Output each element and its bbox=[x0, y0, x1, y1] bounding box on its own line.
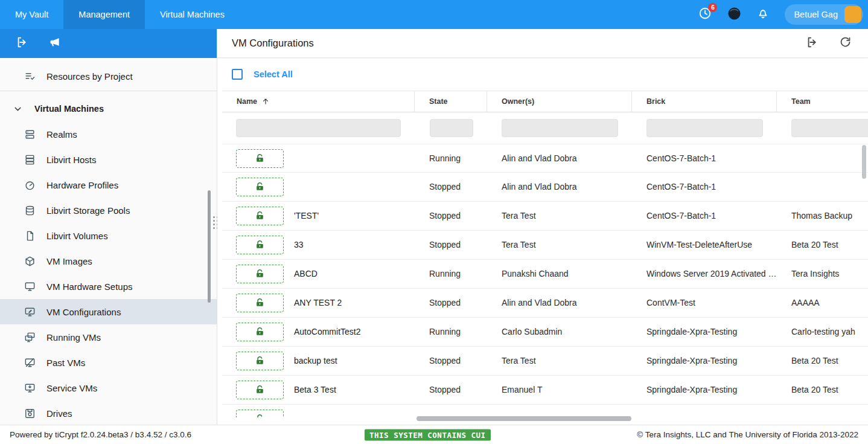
column-header-name[interactable]: Name bbox=[222, 91, 415, 112]
unlock-icon bbox=[255, 211, 265, 221]
bell-icon bbox=[756, 7, 770, 22]
notifications-button[interactable] bbox=[756, 7, 770, 22]
refresh-button[interactable] bbox=[838, 36, 852, 51]
column-header-brick[interactable]: Brick bbox=[632, 91, 777, 112]
tab-virtual-machines[interactable]: Virtual Machines bbox=[145, 0, 240, 29]
vm-name: ANY TEST 2 bbox=[294, 289, 342, 317]
vertical-scrollbar-thumb[interactable] bbox=[862, 145, 866, 179]
export-icon bbox=[806, 36, 819, 51]
table-row[interactable]: ABCDRunningPunakshi ChaandWindows Server… bbox=[222, 260, 868, 289]
table-row[interactable]: RunningAlin and Vlad DobraCentOS-7-Batch… bbox=[222, 144, 868, 173]
sidebar-item-resources-by-project[interactable]: Resources by Project bbox=[0, 63, 217, 89]
sidebar-scrollbar-thumb[interactable] bbox=[208, 190, 211, 303]
vm-state: Stopped bbox=[415, 347, 487, 375]
unlock-vm-button[interactable] bbox=[236, 410, 284, 417]
collapse-sidebar-button[interactable] bbox=[14, 36, 30, 51]
page-title: VM Configurations bbox=[232, 37, 314, 49]
filter-state-input[interactable] bbox=[430, 119, 473, 137]
vm-team: Carlo-testing yah bbox=[777, 318, 868, 346]
top-navigation-bar: My Vault Management Virtual Machines 6 B… bbox=[0, 0, 868, 29]
column-header-team[interactable]: Team bbox=[777, 91, 868, 112]
unlock-vm-button[interactable] bbox=[236, 294, 284, 312]
select-all-checkbox[interactable] bbox=[232, 69, 243, 80]
horizontal-scrollbar-thumb[interactable] bbox=[416, 416, 631, 421]
vm-brick: CentOS-7-Batch-1 bbox=[632, 173, 777, 201]
vm-owners: Punakshi Chaand bbox=[487, 260, 632, 288]
table-row[interactable]: Beta 3 TestStoppedEmanuel TSpringdale-Xp… bbox=[222, 376, 868, 405]
column-header-owner-s[interactable]: Owner(s) bbox=[487, 91, 632, 112]
filter-name-input[interactable] bbox=[236, 119, 401, 137]
libvirt-volumes-icon bbox=[24, 230, 36, 242]
vm-state: Running bbox=[415, 144, 487, 172]
sidebar-item-label: VM Images bbox=[46, 256, 92, 266]
table-body: RunningAlin and Vlad DobraCentOS-7-Batch… bbox=[222, 144, 868, 405]
vm-state: Stopped bbox=[415, 231, 487, 259]
table-row[interactable]: AutoCommitTest2RunningCarlo SubadminSpri… bbox=[222, 318, 868, 347]
filter-team-input[interactable] bbox=[791, 119, 868, 137]
unlock-vm-button[interactable] bbox=[236, 236, 284, 254]
vm-brick: ContVM-Test bbox=[632, 289, 777, 317]
column-header-state[interactable]: State bbox=[415, 91, 487, 112]
unlock-icon bbox=[255, 298, 265, 308]
main-panel: VM Configurations Select All NameStateO bbox=[217, 29, 868, 425]
tab-my-vault[interactable]: My Vault bbox=[0, 0, 63, 29]
table-row[interactable]: 'TEST'StoppedTera TestCentOS-7-Batch-1Th… bbox=[222, 202, 868, 231]
table-row[interactable]: 33StoppedTera TestWinVM-Test-DeleteAfter… bbox=[222, 231, 868, 260]
vm-team: Beta 20 Test bbox=[777, 347, 868, 375]
vm-state: Stopped bbox=[415, 289, 487, 317]
unlock-vm-button[interactable] bbox=[236, 178, 284, 196]
vm-state: Stopped bbox=[415, 376, 487, 404]
sort-asc-icon bbox=[261, 97, 270, 106]
pending-tasks-button[interactable]: 6 bbox=[698, 7, 712, 22]
announcements-button[interactable] bbox=[47, 36, 63, 51]
unlock-vm-button[interactable] bbox=[236, 323, 284, 341]
sidebar-item-realms[interactable]: Realms bbox=[0, 121, 217, 147]
vm-name: backup test bbox=[294, 347, 337, 375]
vm-brick: WinVM-Test-DeleteAfterUse bbox=[632, 231, 777, 259]
unlock-vm-button[interactable] bbox=[236, 352, 284, 370]
vm-hardware-setups-icon bbox=[24, 281, 36, 292]
sidebar-item-libvirt-volumes[interactable]: Libvirt Volumes bbox=[0, 223, 217, 248]
sidebar-item-hardware-profiles[interactable]: Hardware Profiles bbox=[0, 172, 217, 198]
sidebar-item-label: Libvirt Hosts bbox=[46, 155, 97, 165]
table-row[interactable]: backup testStoppedTera TestSpringdale-Xp… bbox=[222, 347, 868, 376]
sidebar-item-vm-hardware-setups[interactable]: VM Hardware Setups bbox=[0, 274, 217, 299]
unlock-vm-button[interactable] bbox=[236, 381, 284, 399]
sidebar-item-vm-configurations[interactable]: VM Configurations bbox=[0, 299, 217, 324]
vm-brick: Springdale-Xpra-Testing bbox=[632, 318, 777, 346]
sidebar-item-vm-images[interactable]: VM Images bbox=[0, 248, 217, 274]
sidebar-item-service-vms[interactable]: Service VMs bbox=[0, 375, 217, 401]
footer: Powered by tiCrypt f2.0.24.beta3 / b3.4.… bbox=[0, 425, 868, 444]
sidebar-item-label: VM Hardware Setups bbox=[46, 282, 133, 292]
vm-name: 33 bbox=[294, 231, 304, 259]
table-filter-row bbox=[222, 112, 868, 144]
sidebar-item-label: Hardware Profiles bbox=[46, 180, 118, 190]
table-row[interactable]: StoppedAlin and Vlad DobraCentOS-7-Batch… bbox=[222, 173, 868, 202]
connection-status-button[interactable] bbox=[727, 7, 741, 22]
sidebar-section-virtual-machines[interactable]: Virtual Machines bbox=[0, 96, 217, 121]
filter-owner-s-input[interactable] bbox=[502, 119, 618, 137]
tab-management[interactable]: Management bbox=[63, 0, 145, 29]
unlock-vm-button[interactable] bbox=[236, 149, 284, 168]
vm-name: 'TEST' bbox=[294, 202, 319, 230]
unlock-icon bbox=[255, 385, 265, 395]
sidebar-item-libvirt-storage-pools[interactable]: Libvirt Storage Pools bbox=[0, 198, 217, 223]
sidebar-item-label: Past VMs bbox=[46, 358, 85, 368]
export-button[interactable] bbox=[805, 36, 820, 51]
topbar-actions: 6 Betuel Gag bbox=[698, 0, 868, 29]
vm-name: ABCD bbox=[294, 260, 318, 288]
filter-brick-input[interactable] bbox=[646, 119, 763, 137]
unlock-icon bbox=[255, 327, 265, 337]
user-menu-button[interactable]: Betuel Gag bbox=[785, 4, 863, 25]
select-all-row: Select All bbox=[217, 58, 868, 91]
unlock-vm-button[interactable] bbox=[236, 265, 284, 283]
select-all-label[interactable]: Select All bbox=[254, 69, 293, 79]
sidebar-item-past-vms[interactable]: Past VMs bbox=[0, 350, 217, 375]
unlock-vm-button[interactable] bbox=[236, 207, 284, 225]
sidebar-item-drives[interactable]: Drives bbox=[0, 401, 217, 426]
sidebar-item-libvirt-hosts[interactable]: Libvirt Hosts bbox=[0, 147, 217, 172]
sidebar-item-running-vms[interactable]: Running VMs bbox=[0, 324, 217, 350]
table-header-row: NameStateOwner(s)BrickTeam bbox=[222, 91, 868, 112]
table-row[interactable]: ANY TEST 2StoppedAlin and Vlad DobraCont… bbox=[222, 289, 868, 318]
sidebar-item-label: VM Configurations bbox=[46, 307, 121, 317]
